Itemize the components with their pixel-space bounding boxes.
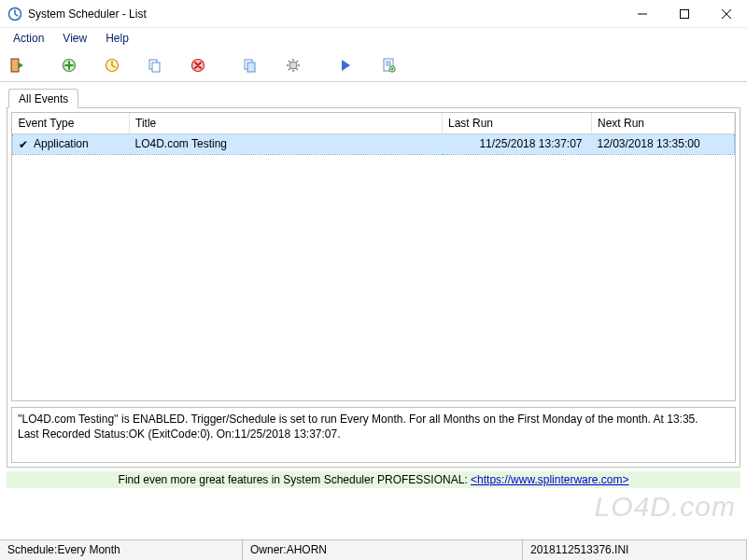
watermark: LO4D.com xyxy=(595,491,736,523)
maximize-button[interactable] xyxy=(663,0,705,28)
menu-action[interactable]: Action xyxy=(6,30,51,47)
client-area: All Events Event Type Title Last Run Nex… xyxy=(0,82,747,488)
details-line-2: Last Recorded Status:OK (ExitCode:0). On… xyxy=(18,427,729,441)
svg-rect-7 xyxy=(152,63,160,72)
promo-bar: Find even more great features in System … xyxy=(7,471,740,488)
tab-strip: All Events xyxy=(7,88,740,108)
title-bar: System Scheduler - List xyxy=(0,0,747,28)
promo-link[interactable]: <https://www.splinterware.com> xyxy=(471,473,628,486)
svg-rect-3 xyxy=(12,60,18,71)
log-button[interactable] xyxy=(377,54,400,77)
cell-last-run: 11/25/2018 13:37:07 xyxy=(443,134,592,155)
cell-title: LO4D.com Testing xyxy=(130,134,443,155)
minimize-button[interactable] xyxy=(621,0,663,28)
delete-event-button[interactable] xyxy=(187,54,209,77)
tab-panel: Event Type Title Last Run Next Run ✔Appl… xyxy=(7,107,740,468)
close-button[interactable] xyxy=(705,0,747,28)
cell-next-run: 12/03/2018 13:35:00 xyxy=(592,134,735,155)
svg-rect-10 xyxy=(247,63,255,72)
status-schedule-label: Schedule: xyxy=(7,543,57,556)
run-now-button[interactable] xyxy=(239,54,261,77)
menu-help[interactable]: Help xyxy=(98,30,136,47)
cell-event-type-text: Application xyxy=(34,137,89,150)
new-event-button[interactable] xyxy=(58,54,80,77)
menu-bar: Action View Help xyxy=(0,28,747,49)
status-owner: Owner:AHORN xyxy=(243,540,523,560)
details-line-1: ''LO4D.com Testing'' is ENABLED. Trigger… xyxy=(18,412,729,427)
exit-button[interactable] xyxy=(6,54,28,77)
status-owner-value: AHORN xyxy=(287,543,327,556)
toolbar xyxy=(0,49,747,82)
svg-rect-1 xyxy=(680,9,688,18)
cell-event-type: ✔Application xyxy=(13,134,130,155)
details-pane: ''LO4D.com Testing'' is ENABLED. Trigger… xyxy=(11,407,736,463)
table-row[interactable]: ✔Application LO4D.com Testing 11/25/2018… xyxy=(13,134,735,155)
event-list[interactable]: Event Type Title Last Run Next Run ✔Appl… xyxy=(11,112,736,401)
app-icon xyxy=(7,7,22,21)
play-button[interactable] xyxy=(334,54,357,77)
settings-button[interactable] xyxy=(282,54,304,77)
status-filename: 2018112513376.INI xyxy=(523,540,747,560)
promo-text: Find even more great features in System … xyxy=(119,473,472,486)
edit-event-button[interactable] xyxy=(101,54,123,77)
check-icon: ✔ xyxy=(19,138,28,151)
col-next-run[interactable]: Next Run xyxy=(592,113,735,134)
col-title[interactable]: Title xyxy=(130,113,443,134)
svg-point-11 xyxy=(289,62,297,69)
tab-all-events[interactable]: All Events xyxy=(8,89,78,108)
status-bar: Schedule:Every Month Owner:AHORN 2018112… xyxy=(0,539,747,560)
status-schedule: Schedule:Every Month xyxy=(0,540,243,560)
status-schedule-value: Every Month xyxy=(57,543,120,556)
window-title: System Scheduler - List xyxy=(28,7,147,21)
col-last-run[interactable]: Last Run xyxy=(443,113,592,134)
col-event-type[interactable]: Event Type xyxy=(13,113,130,134)
copy-event-button[interactable] xyxy=(144,54,166,77)
column-header-row: Event Type Title Last Run Next Run xyxy=(13,113,735,134)
menu-view[interactable]: View xyxy=(55,30,94,47)
status-owner-label: Owner: xyxy=(250,543,287,556)
